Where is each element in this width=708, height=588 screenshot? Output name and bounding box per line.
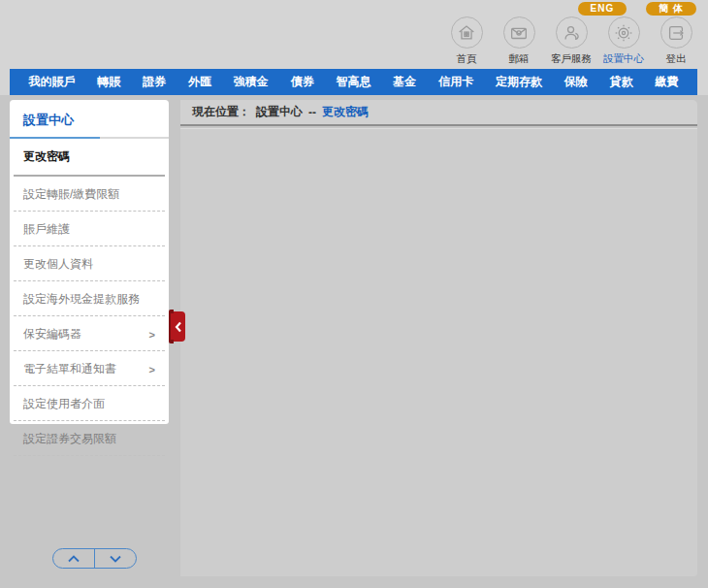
logout-icon-circle <box>660 16 692 49</box>
sidebar-item[interactable]: 更改密碼 <box>10 139 169 177</box>
sidebar-item-label: 設定證券交易限額 <box>23 431 116 447</box>
scroll-pager <box>52 548 137 569</box>
settings-icon-circle <box>608 16 640 49</box>
nav-item[interactable]: 外匯 <box>188 74 211 90</box>
home-label: 首頁 <box>457 52 477 66</box>
sidebar-collapse-button[interactable] <box>171 311 185 342</box>
scroll-up-button[interactable] <box>53 549 95 568</box>
sidebar-item-label: 更改個人資料 <box>23 256 93 273</box>
nav-item[interactable]: 定期存款 <box>496 74 542 90</box>
logout-button[interactable]: 登出 <box>650 16 702 66</box>
sidebar-item[interactable]: 設定證券交易限額 <box>10 421 169 456</box>
sidebar-item-label: 設定使用者介面 <box>23 396 105 412</box>
home-icon-circle <box>451 16 483 49</box>
settings-icon <box>613 22 634 44</box>
logout-label: 登出 <box>666 52 687 66</box>
nav-item[interactable]: 基金 <box>393 74 416 90</box>
chevron-right-icon: > <box>149 329 155 341</box>
sidebar-item[interactable]: 更改個人資料 <box>10 246 169 281</box>
sidebar-item-label: 保安編碼器 <box>23 326 81 343</box>
mail-label: 郵箱 <box>509 52 530 66</box>
language-switcher: ENG簡 体 <box>578 2 696 16</box>
nav-item[interactable]: 轉賬 <box>97 74 120 90</box>
customer-service-button[interactable]: 客戶服務 <box>545 16 597 66</box>
breadcrumb-current[interactable]: 更改密碼 <box>322 104 369 120</box>
customer-service-label: 客戶服務 <box>551 52 592 66</box>
chevron-left-icon <box>174 320 183 334</box>
breadcrumb-prefix: 現在位置： <box>192 104 250 120</box>
nav-item[interactable]: 保險 <box>564 74 588 90</box>
nav-item[interactable]: 我的賬戶 <box>28 74 75 90</box>
customer-service-icon-circle <box>556 16 588 49</box>
sidebar-item-label: 設定海外現金提款服務 <box>23 291 140 308</box>
sidebar-item-label: 電子結單和通知書 <box>23 361 116 377</box>
sidebar-item[interactable]: 電子結單和通知書> <box>10 351 169 386</box>
sidebar-list: 更改密碼設定轉賬/繳費限額賬戶維護更改個人資料設定海外現金提款服務保安編碼器>電… <box>10 139 169 456</box>
breadcrumb: 現在位置： 設置中心 -- 更改密碼 <box>180 100 697 126</box>
chevron-right-icon: > <box>149 364 155 376</box>
customer-service-icon <box>561 22 582 44</box>
sidebar-item-label: 更改密碼 <box>23 148 70 165</box>
content-panel <box>180 128 697 576</box>
chevron-up-icon <box>67 555 80 563</box>
sidebar-item[interactable]: 設定轉賬/繳費限額 <box>10 177 169 212</box>
sidebar-item[interactable]: 保安編碼器> <box>10 316 169 351</box>
sidebar-item[interactable]: 設定海外現金提款服務 <box>10 281 169 316</box>
nav-item[interactable]: 信用卡 <box>438 74 473 90</box>
breadcrumb-separator: -- <box>308 106 316 119</box>
chevron-down-icon <box>109 555 122 563</box>
nav-item[interactable]: 證券 <box>143 74 166 90</box>
utility-icon-row: 首頁 郵箱 客戶服務 設置中心 登出 <box>440 16 702 66</box>
nav-item[interactable]: 債券 <box>291 74 314 90</box>
sidebar-title: 設置中心 <box>10 100 169 129</box>
sidebar-item-label: 賬戶維護 <box>23 221 70 238</box>
scroll-down-button[interactable] <box>95 549 136 568</box>
home-button[interactable]: 首頁 <box>440 16 493 66</box>
mail-icon <box>508 22 530 44</box>
sidebar: 設置中心 更改密碼設定轉賬/繳費限額賬戶維護更改個人資料設定海外現金提款服務保安… <box>10 100 169 424</box>
lang-simplified-button[interactable]: 簡 体 <box>646 2 696 16</box>
mail-button[interactable]: 郵箱 <box>493 16 545 66</box>
breadcrumb-section: 設置中心 <box>256 104 303 120</box>
sidebar-item-label: 設定轉賬/繳費限額 <box>23 186 119 203</box>
home-icon <box>456 22 477 44</box>
settings-button[interactable]: 設置中心 <box>597 16 650 66</box>
nav-item[interactable]: 貸款 <box>610 74 633 90</box>
nav-item[interactable]: 強積金 <box>234 74 269 90</box>
main-nav: 我的賬戶轉賬證券外匯強積金債券智高息基金信用卡定期存款保險貸款繳費 <box>10 69 697 95</box>
nav-item[interactable]: 繳費 <box>656 74 679 90</box>
nav-item[interactable]: 智高息 <box>336 74 370 90</box>
sidebar-item[interactable]: 設定使用者介面 <box>10 386 169 421</box>
sidebar-item[interactable]: 賬戶維護 <box>10 212 169 246</box>
settings-label: 設置中心 <box>603 52 644 66</box>
mail-icon-circle <box>503 16 535 49</box>
logout-icon <box>665 22 687 44</box>
lang-eng-button[interactable]: ENG <box>578 2 628 16</box>
